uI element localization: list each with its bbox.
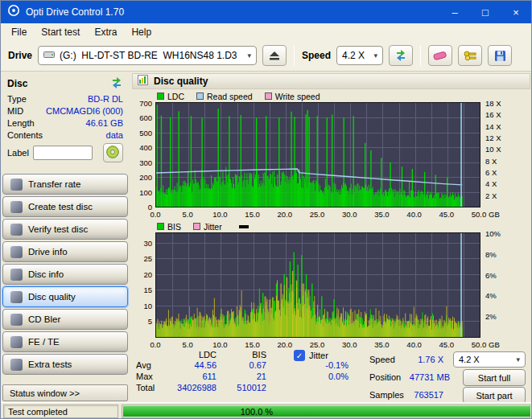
speed-stat-select-value: 4.2 X	[459, 355, 480, 364]
legend-ldc: LDC	[157, 92, 184, 101]
disc-mid-value: CMCMAGDI6 (000)	[46, 106, 123, 116]
drive-select[interactable]: (G:) HL-DT-ST BD-RE WH16NS48 1.D3 ▾	[38, 46, 257, 65]
sidebar: Disc Type BD-R DL MID CMCMAGDI6 (000) Le…	[1, 72, 130, 402]
nav-label: Transfer rate	[28, 179, 80, 189]
nav-drive-info[interactable]: Drive info	[2, 241, 128, 262]
close-button[interactable]: ×	[501, 1, 531, 23]
x-axis-tick: 10.0	[208, 340, 232, 349]
total-bis-value: 510012	[225, 383, 266, 392]
maximize-button[interactable]: □	[470, 1, 501, 23]
nav-label: Disc quality	[28, 292, 76, 302]
menu-help[interactable]: Help	[124, 25, 159, 39]
y-axis-tick: 20	[130, 270, 152, 279]
license-keys-button[interactable]	[458, 45, 482, 66]
disc-contents-label: Contents	[7, 130, 43, 140]
max-row-label: Max	[136, 372, 153, 381]
nav-label: Drive info	[28, 247, 68, 257]
disc-label-input[interactable]	[33, 146, 93, 160]
bis-plot	[155, 232, 480, 338]
y2-axis-tick: 8%	[485, 250, 497, 259]
disc-type-value: BD-R DL	[88, 94, 123, 104]
start-full-button[interactable]: Start full	[463, 369, 526, 386]
legend-bis: BIS	[157, 222, 181, 232]
nav-label: Extra tests	[28, 359, 72, 369]
x-axis-tick: 30.0	[337, 340, 361, 349]
y-axis-tick: 500	[130, 129, 152, 138]
nav-disc-quality[interactable]: Disc quality	[2, 286, 128, 307]
y-axis-tick: 600	[130, 113, 152, 122]
verify-test-disc-icon	[10, 224, 23, 236]
x-axis-tick: 20.0	[273, 210, 297, 219]
nav-create-test-disc[interactable]: Create test disc	[2, 196, 128, 217]
chevron-down-icon: ▾	[248, 51, 252, 60]
start-part-button[interactable]: Start part	[463, 387, 526, 404]
titlebar: Opti Drive Control 1.70 – □ ×	[1, 1, 531, 23]
menu-extra[interactable]: Extra	[87, 25, 124, 39]
x-axis-unit: GB	[489, 210, 500, 219]
transfer-rate-icon	[10, 179, 23, 191]
jitter-avg-value: -0.1%	[299, 360, 348, 370]
y-axis-tick: 400	[130, 143, 152, 152]
ldc-plot	[155, 102, 480, 207]
disc-mid-label: MID	[7, 106, 23, 116]
nav-transfer-rate[interactable]: Transfer rate	[2, 174, 128, 195]
progress-bar: 100.0 %	[122, 405, 530, 418]
status-window-button[interactable]: Status window >>	[2, 384, 128, 401]
eject-button[interactable]	[262, 45, 287, 66]
disc-type-label: Type	[7, 94, 27, 104]
y-axis-tick: 300	[130, 158, 152, 167]
chevron-down-icon: ▾	[374, 51, 378, 60]
y2-axis-tick: 14 X	[485, 122, 501, 131]
erase-disc-button[interactable]	[428, 45, 452, 66]
legend-label: Jitter	[204, 222, 222, 232]
y-axis-tick: 200	[130, 173, 152, 182]
minimize-button[interactable]: –	[439, 1, 470, 23]
refresh-speeds-button[interactable]	[389, 45, 413, 66]
speed-stat-select[interactable]: 4.2 X ▾	[453, 351, 526, 368]
nav-disc-info[interactable]: Disc info	[2, 264, 128, 285]
jitter-max-value: 0.0%	[299, 372, 348, 381]
disc-section-title: Disc	[7, 78, 27, 89]
nav-label: Disc info	[28, 269, 64, 279]
bis-column-header: BIS	[225, 350, 266, 359]
nav-fe-te[interactable]: FE / TE	[2, 331, 128, 352]
disc-header: Disc	[1, 72, 130, 92]
x-axis-tick: 50.0	[467, 210, 491, 219]
max-bis-value: 21	[225, 372, 266, 381]
save-button[interactable]	[488, 45, 512, 66]
x-axis-tick: 5.0	[175, 340, 200, 349]
nav-extra-tests[interactable]: Extra tests	[2, 354, 128, 375]
total-ldc-value: 34026988	[160, 383, 217, 392]
legend-read-speed: Read speed	[196, 92, 253, 101]
create-test-disc-icon	[10, 201, 23, 213]
disc-label-label: Label	[7, 148, 29, 158]
disc-quality-icon	[10, 291, 23, 303]
status-message: Test completed	[3, 405, 118, 418]
drive-label: Drive	[8, 50, 32, 61]
y-axis-tick: 30	[130, 239, 152, 248]
chart-legend: LDCRead speedWrite speed	[157, 91, 320, 101]
drive-info-icon	[10, 246, 23, 258]
x-axis-tick: 35.0	[369, 340, 394, 349]
samples-value: 763517	[395, 390, 443, 400]
disc-button[interactable]	[103, 143, 123, 162]
avg-ldc-value: 44.56	[160, 360, 217, 370]
menu-file[interactable]: File	[4, 25, 34, 39]
menu-start-test[interactable]: Start test	[34, 25, 87, 39]
disc-refresh-icon[interactable]	[110, 76, 123, 91]
legend-label: BIS	[167, 222, 181, 232]
y2-axis-tick: 6%	[485, 271, 497, 280]
disc-type-row: Type BD-R DL	[1, 92, 130, 105]
window-title: Opti Drive Control 1.70	[26, 6, 124, 18]
nav-cd-bler[interactable]: CD Bler	[2, 309, 128, 330]
nav-verify-test-disc[interactable]: Verify test disc	[2, 219, 128, 240]
total-row-label: Total	[136, 383, 155, 392]
speed-select[interactable]: 4.2 X ▾	[336, 46, 383, 65]
x-axis-unit: GB	[489, 340, 500, 349]
nav-label: Verify test disc	[28, 224, 88, 234]
legend-swatch	[157, 223, 164, 230]
fe-te-icon	[10, 336, 23, 348]
jitter-checkbox[interactable]: ✓	[294, 350, 305, 361]
chart-icon	[138, 75, 148, 88]
x-axis-tick: 40.0	[402, 210, 427, 219]
